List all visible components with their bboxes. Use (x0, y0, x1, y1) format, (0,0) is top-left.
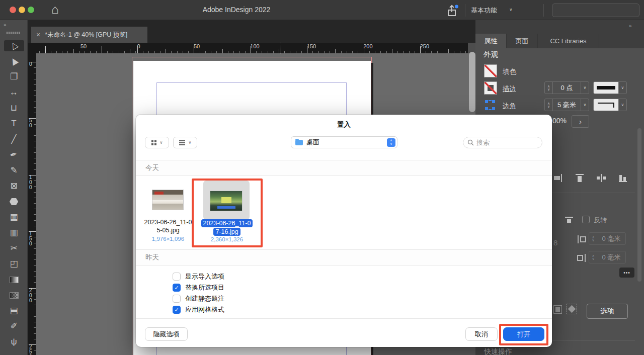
link-constrain-icon[interactable]: 8 (553, 238, 557, 247)
tools-panel-grip[interactable] (7, 32, 21, 34)
tab-properties[interactable]: 属性 (475, 34, 507, 48)
annotation-box-open-button (499, 324, 548, 345)
close-tab-icon[interactable]: × (36, 31, 40, 39)
align-center-text-button[interactable] (564, 215, 575, 226)
content-collector-tool-icon: ⊔ (11, 103, 17, 114)
close-window-button[interactable] (10, 7, 16, 13)
stroke-label-link[interactable]: 描边 (503, 84, 516, 94)
pencil-tool[interactable]: ✎ (4, 165, 24, 176)
ruler-origin-corner[interactable] (28, 43, 36, 53)
checkbox-row-create-static-captions[interactable]: 创建静态题注 (173, 294, 224, 303)
page-tool-icon: ❐ (10, 71, 18, 82)
polygon-tool[interactable] (4, 196, 24, 207)
scissors-tool-icon: ✂ (10, 243, 17, 254)
stroke-weight-stepper[interactable]: ∧∨ 0 点 ∨ (544, 81, 589, 94)
document-tab-title: *未命名-1 @ 40% [GPU 预览] (45, 31, 127, 39)
icon-view-button[interactable]: ∨ (145, 137, 169, 148)
auto-fit-icon[interactable] (567, 304, 577, 314)
fill-swatch-none[interactable] (484, 64, 497, 77)
hide-options-button[interactable]: 隐藏选项 (145, 327, 188, 341)
selection-tool[interactable]: ▷ (4, 40, 24, 51)
content-collector-tool[interactable]: ⊔ (4, 103, 24, 114)
stroke-style-dropdown[interactable]: ∨ (593, 81, 627, 94)
vertical-ruler[interactable]: 05 01 0 01 5 02 0 02 5 0 (28, 53, 36, 355)
horizontal-grid-tool[interactable]: ▦ (4, 212, 24, 223)
chevron-down-icon[interactable]: ∨ (618, 82, 626, 94)
gradient-feather-tool[interactable] (4, 290, 24, 301)
opacity-options-button[interactable]: › (572, 115, 589, 128)
list-view-button[interactable]: ∨ (173, 137, 197, 148)
share-button[interactable] (445, 4, 459, 17)
stroke-swatch-none[interactable] (484, 81, 497, 95)
replace-selected-checkbox[interactable]: ✓ (173, 284, 181, 292)
app-search-input[interactable] (552, 4, 639, 17)
align-top-button[interactable] (574, 172, 585, 184)
more-options-button[interactable]: ••• (619, 268, 634, 278)
tab-cc-libraries[interactable]: CC Libraries (538, 34, 599, 48)
place-dialog: 置入 ∨ ∨ 桌面 ∧∨ 今天 2023-06-26_11-0 5-05.jpg… (136, 115, 552, 347)
type-tool[interactable]: T (4, 118, 24, 129)
align-right-button[interactable] (552, 172, 564, 184)
chevron-down-icon[interactable]: ∨ (618, 99, 626, 111)
stepper-arrows-icon[interactable]: ∧∨ (589, 251, 597, 263)
options-button[interactable]: 选项 (587, 304, 628, 319)
stepper-arrows-icon[interactable]: ∧∨ (589, 233, 597, 244)
canvas-vertical-scrollbar[interactable] (469, 52, 475, 112)
dialog-search-input[interactable] (476, 139, 532, 146)
create-static-captions-checkbox[interactable] (173, 295, 181, 303)
opacity-value-partial[interactable]: 00% (552, 117, 567, 125)
indent-left-value[interactable]: 0 毫米 (597, 233, 625, 244)
page-tool[interactable]: ❐ (4, 71, 24, 82)
stroke-weight-value[interactable]: 0 点 (553, 82, 581, 94)
gap-tool[interactable]: ↔ (4, 87, 24, 98)
free-transform-tool[interactable]: ◰ (4, 258, 24, 270)
tools-panel-overflow[interactable]: » (4, 22, 7, 28)
stepper-arrows-icon[interactable]: ∧∨ (545, 99, 553, 111)
gradient-swatch-tool[interactable] (4, 274, 24, 285)
file-name[interactable]: 5-05.jpg (137, 226, 199, 234)
vertical-grid-tool[interactable]: ▥ (4, 227, 24, 238)
zoom-window-button[interactable] (28, 7, 34, 13)
checkbox-row-replace-selected[interactable]: ✓ 替换所选项目 (173, 283, 224, 292)
direct-selection-tool[interactable]: ▶ (4, 56, 24, 67)
corner-label-link[interactable]: 边角 (503, 102, 516, 111)
document-tab[interactable]: × *未命名-1 @ 40% [GPU 预览] (31, 27, 147, 43)
folder-dropdown[interactable]: 桌面 ∧∨ (291, 136, 397, 148)
align-bottom-button[interactable] (617, 172, 628, 184)
pen-tool[interactable]: ✒ (4, 149, 24, 160)
apply-grid-format-checkbox[interactable]: ✓ (173, 306, 181, 314)
stepper-arrows-icon[interactable]: ∧∨ (545, 82, 553, 94)
workspace-switcher[interactable]: 基本功能 (471, 6, 497, 15)
indent-right-value[interactable]: 0 毫米 (597, 251, 625, 263)
eyedropper-tool[interactable]: ✐ (4, 321, 24, 332)
indent-left-stepper[interactable]: ∧∨ 0 毫米 (589, 232, 626, 245)
minimize-window-button[interactable] (19, 7, 25, 13)
show-import-options-checkbox[interactable] (173, 273, 181, 281)
checkbox-row-apply-grid-format[interactable]: ✓ 应用网格格式 (173, 305, 224, 314)
indent-right-stepper[interactable]: ∧∨ 0 毫米 (589, 251, 626, 263)
checkbox-row-show-import-options[interactable]: 显示导入选项 (173, 272, 224, 281)
note-tool[interactable]: ▤ (4, 305, 24, 316)
chevron-down-icon[interactable]: ∨ (581, 82, 589, 94)
panel-scrollbar[interactable] (637, 128, 641, 282)
panel-dock-overflow[interactable]: » (629, 23, 632, 29)
hand-tool[interactable]: ψ (4, 336, 24, 347)
horizontal-ruler[interactable]: 50050100150200250 (36, 43, 468, 53)
tab-pages[interactable]: 页面 (507, 34, 538, 48)
corner-radius-stepper[interactable]: ∧∨ 5 毫米 ∨ (544, 99, 589, 111)
cancel-button[interactable]: 取消 (465, 327, 498, 341)
chevron-down-icon[interactable]: ∨ (581, 99, 589, 111)
scissors-tool[interactable]: ✂ (4, 243, 24, 254)
app-search-field[interactable] (552, 4, 639, 17)
file-name[interactable]: 2023-06-26_11-0 (137, 218, 199, 226)
rectangle-frame-tool[interactable]: ⊠ (4, 181, 24, 192)
corner-radius-value[interactable]: 5 毫米 (553, 99, 581, 111)
reverse-checkbox[interactable] (582, 216, 590, 223)
frame-fitting-icon[interactable] (553, 305, 562, 314)
file-thumbnail[interactable] (152, 190, 184, 210)
line-tool[interactable]: ╱ (4, 134, 24, 145)
home-icon[interactable]: ⌂ (51, 2, 59, 17)
dialog-search-field[interactable] (463, 137, 542, 148)
corner-style-dropdown[interactable]: ∨ (593, 99, 627, 111)
align-center-horizontal-button[interactable] (596, 172, 607, 184)
